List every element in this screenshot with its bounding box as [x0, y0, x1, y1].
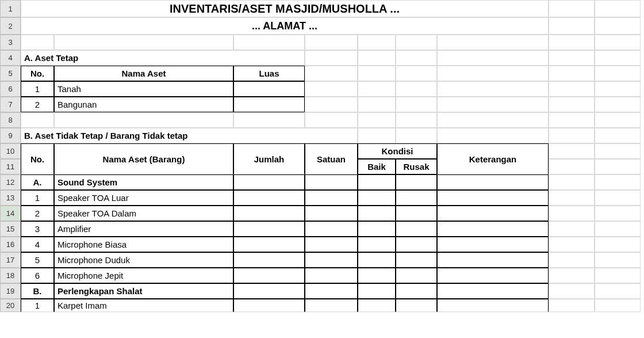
table-b-keterangan[interactable]	[437, 221, 549, 237]
cell[interactable]	[549, 206, 595, 221]
table-a-no[interactable]: 1	[21, 81, 54, 97]
cell[interactable]	[358, 81, 396, 97]
table-b-baik[interactable]	[358, 283, 396, 299]
table-b-keterangan[interactable]	[437, 206, 549, 221]
cell[interactable]	[549, 237, 595, 252]
row-header[interactable]: 4	[0, 50, 21, 66]
cell[interactable]	[549, 252, 595, 268]
table-b-jumlah[interactable]	[233, 190, 305, 206]
cell[interactable]	[595, 268, 641, 283]
cell[interactable]	[358, 50, 396, 66]
table-b-no[interactable]: 4	[21, 237, 54, 252]
table-b-rusak[interactable]	[396, 206, 437, 221]
cell[interactable]	[595, 174, 641, 190]
table-b-nama[interactable]: Microphone Duduk	[54, 252, 233, 268]
cell[interactable]	[595, 283, 641, 299]
table-b-satuan[interactable]	[305, 252, 358, 268]
table-b-keterangan[interactable]	[437, 299, 549, 312]
cell[interactable]	[549, 159, 595, 174]
cell[interactable]	[396, 97, 437, 112]
table-b-keterangan[interactable]	[437, 252, 549, 268]
row-header[interactable]: 12	[0, 174, 21, 190]
spreadsheet-grid[interactable]: 1 INVENTARIS/ASET MASJID/MUSHOLLA ... 2 …	[0, 0, 644, 312]
cell[interactable]	[595, 190, 641, 206]
table-b-nama[interactable]: Amplifier	[54, 221, 233, 237]
table-b-nama[interactable]: Speaker TOA Luar	[54, 190, 233, 206]
cell[interactable]	[305, 35, 358, 50]
row-header[interactable]: 7	[0, 97, 21, 112]
cell[interactable]	[437, 112, 549, 128]
table-b-baik[interactable]	[358, 299, 396, 312]
cell[interactable]	[21, 112, 54, 128]
cell[interactable]	[595, 252, 641, 268]
cell[interactable]	[437, 97, 549, 112]
cell[interactable]	[358, 35, 396, 50]
cell[interactable]	[549, 268, 595, 283]
cell[interactable]	[595, 112, 641, 128]
table-b-no[interactable]: 3	[21, 221, 54, 237]
cell[interactable]	[595, 128, 641, 143]
table-b-rusak[interactable]	[396, 221, 437, 237]
table-a-luas[interactable]	[233, 81, 305, 97]
cell[interactable]	[595, 66, 641, 81]
table-b-jumlah[interactable]	[233, 252, 305, 268]
row-header[interactable]: 13	[0, 190, 21, 206]
table-a-no[interactable]: 2	[21, 97, 54, 112]
cell[interactable]	[549, 190, 595, 206]
cell[interactable]	[305, 97, 358, 112]
table-b-rusak[interactable]	[396, 252, 437, 268]
row-header[interactable]: 2	[0, 17, 21, 35]
table-b-satuan[interactable]	[305, 268, 358, 283]
table-b-keterangan[interactable]	[437, 174, 549, 190]
cell[interactable]	[305, 81, 358, 97]
table-a-nama[interactable]: Bangunan	[54, 97, 233, 112]
table-b-no[interactable]: 2	[21, 206, 54, 221]
cell[interactable]	[549, 81, 595, 97]
cell[interactable]	[549, 0, 595, 17]
row-header[interactable]: 19	[0, 283, 21, 299]
cell[interactable]	[396, 128, 437, 143]
table-b-no[interactable]: B.	[21, 283, 54, 299]
cell[interactable]	[21, 35, 54, 50]
cell[interactable]	[358, 112, 396, 128]
cell[interactable]	[549, 221, 595, 237]
table-b-keterangan[interactable]	[437, 237, 549, 252]
table-b-rusak[interactable]	[396, 237, 437, 252]
cell[interactable]	[396, 35, 437, 50]
cell[interactable]	[549, 283, 595, 299]
table-b-nama[interactable]: Perlengkapan Shalat	[54, 283, 233, 299]
cell[interactable]	[595, 206, 641, 221]
row-header[interactable]: 15	[0, 221, 21, 237]
table-a-luas[interactable]	[233, 97, 305, 112]
cell[interactable]	[437, 81, 549, 97]
table-b-nama[interactable]: Microphone Jepit	[54, 268, 233, 283]
cell[interactable]	[549, 50, 595, 66]
row-header[interactable]: 18	[0, 268, 21, 283]
cell[interactable]	[595, 50, 641, 66]
table-b-baik[interactable]	[358, 237, 396, 252]
row-header[interactable]: 20	[0, 299, 21, 312]
table-b-baik[interactable]	[358, 206, 396, 221]
row-header[interactable]: 8	[0, 112, 21, 128]
table-b-baik[interactable]	[358, 174, 396, 190]
cell[interactable]	[595, 81, 641, 97]
cell[interactable]	[595, 237, 641, 252]
row-header[interactable]: 17	[0, 252, 21, 268]
cell[interactable]	[358, 128, 396, 143]
table-b-satuan[interactable]	[305, 299, 358, 312]
table-a-nama[interactable]: Tanah	[54, 81, 233, 97]
cell[interactable]	[54, 35, 233, 50]
table-b-nama[interactable]: Karpet Imam	[54, 299, 233, 312]
row-header[interactable]: 16	[0, 237, 21, 252]
cell[interactable]	[595, 17, 641, 35]
cell[interactable]	[549, 97, 595, 112]
cell[interactable]	[595, 0, 641, 17]
table-b-jumlah[interactable]	[233, 221, 305, 237]
table-b-no[interactable]: 1	[21, 299, 54, 312]
cell[interactable]	[305, 50, 358, 66]
row-header[interactable]: 3	[0, 35, 21, 50]
row-header[interactable]: 1	[0, 0, 21, 17]
table-b-satuan[interactable]	[305, 237, 358, 252]
cell[interactable]	[549, 143, 595, 159]
cell[interactable]	[396, 66, 437, 81]
